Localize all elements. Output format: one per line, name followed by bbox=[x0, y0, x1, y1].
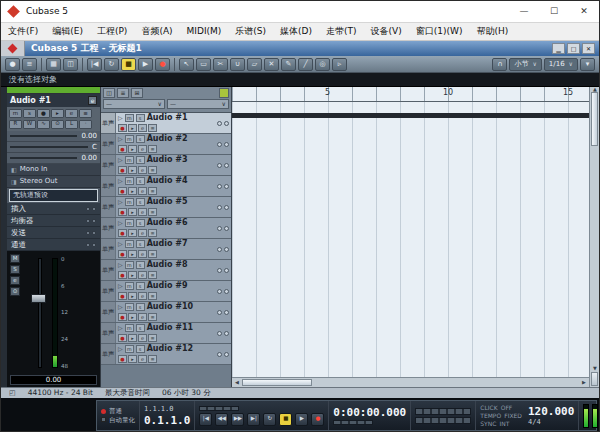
track-name[interactable]: Audio #2 bbox=[147, 135, 188, 143]
mute-button[interactable]: m bbox=[125, 114, 134, 122]
mute-button[interactable]: m bbox=[125, 261, 134, 269]
track-row[interactable]: 单声 ▷ m s Audio #6 ● ▸ e bbox=[101, 218, 231, 239]
track-name[interactable]: Audio #6 bbox=[147, 219, 188, 227]
mute-button[interactable]: m bbox=[125, 282, 134, 290]
monitor-button[interactable]: ▸ bbox=[128, 355, 137, 363]
track-visibility-button[interactable]: ◫ bbox=[103, 88, 115, 98]
track-row[interactable]: 单声 ▷ m s Audio #11 ● ▸ e bbox=[101, 323, 231, 344]
inspector-button[interactable]: · bbox=[79, 120, 92, 129]
track-name[interactable]: Audio #8 bbox=[147, 261, 188, 269]
track-lock-button[interactable]: ≡ bbox=[148, 187, 157, 195]
track-lock-button[interactable]: ≡ bbox=[148, 355, 157, 363]
track-edit-button[interactable]: e bbox=[138, 250, 147, 258]
menu-item[interactable]: 设备(V) bbox=[364, 23, 409, 40]
inspector-button[interactable]: ⊙ bbox=[51, 120, 64, 129]
rewind-button[interactable]: ◀◀ bbox=[215, 413, 228, 426]
bypass-dot-icon[interactable] bbox=[86, 219, 90, 223]
inspector-button[interactable]: L bbox=[65, 120, 78, 129]
track-expand-icon[interactable]: ▷ bbox=[118, 283, 123, 289]
track-name[interactable]: Audio #11 bbox=[147, 324, 193, 332]
record-mode-label[interactable]: 普通 bbox=[109, 408, 122, 415]
goto-end-button[interactable]: ▶| bbox=[247, 413, 260, 426]
scroll-track[interactable] bbox=[590, 146, 599, 366]
line-tool[interactable]: ╱ bbox=[298, 58, 313, 71]
track-preset-field[interactable]: 无轨道预设 bbox=[9, 189, 98, 202]
locator-display[interactable]: 1.1.1.0 bbox=[144, 406, 190, 413]
vertical-scrollbar[interactable]: ▲ ▼ bbox=[589, 87, 599, 387]
track-name[interactable]: Audio #9 bbox=[147, 282, 188, 290]
inspector-button[interactable]: R bbox=[9, 120, 22, 129]
time-signature-display[interactable]: 4/4 bbox=[528, 419, 574, 426]
inspector-button[interactable]: W bbox=[23, 120, 36, 129]
channel-fader[interactable] bbox=[29, 254, 49, 372]
delay-slider[interactable] bbox=[10, 157, 77, 159]
track-expand-icon[interactable]: ▷ bbox=[118, 346, 123, 352]
close-button[interactable]: ✕ bbox=[569, 1, 599, 22]
minimize-button[interactable]: — bbox=[509, 1, 539, 22]
open-dot-icon[interactable] bbox=[92, 243, 96, 247]
volume-row[interactable]: 0.00 bbox=[7, 131, 100, 142]
track-expand-icon[interactable]: ▷ bbox=[118, 325, 123, 331]
automation-panel-button[interactable]: ≡ bbox=[22, 58, 37, 71]
inspector-button[interactable]: m bbox=[9, 109, 22, 118]
track-row[interactable]: 单声 ▷ m s Audio #9 ● ▸ e bbox=[101, 281, 231, 302]
track-edit-button[interactable]: e bbox=[138, 145, 147, 153]
track-name[interactable]: Audio #12 bbox=[147, 345, 193, 353]
inspector-button[interactable]: ≡ bbox=[79, 109, 92, 118]
track-color-swatch[interactable] bbox=[219, 88, 229, 98]
inspector-button[interactable]: ∿ bbox=[37, 120, 50, 129]
solo-button[interactable]: s bbox=[136, 282, 145, 290]
bypass-dot-icon[interactable] bbox=[86, 207, 90, 211]
track-row[interactable]: 单声 ▷ m s Audio #10 ● ▸ e bbox=[101, 302, 231, 323]
menu-item[interactable]: 乐谱(S) bbox=[228, 23, 273, 40]
menu-item[interactable]: 窗口(1)(W) bbox=[409, 23, 470, 40]
solo-button[interactable]: s bbox=[136, 345, 145, 353]
monitor-button[interactable]: ▸ bbox=[128, 250, 137, 258]
solo-button[interactable]: s bbox=[136, 303, 145, 311]
record-enable-button[interactable]: ● bbox=[118, 250, 127, 258]
edit-channel-button[interactable]: e bbox=[88, 96, 97, 105]
bypass-dot-icon[interactable] bbox=[86, 243, 90, 247]
track-name[interactable]: Audio #3 bbox=[147, 156, 188, 164]
track-lock-button[interactable]: ≡ bbox=[148, 292, 157, 300]
record-enable-button[interactable]: ● bbox=[118, 355, 127, 363]
scroll-track[interactable] bbox=[312, 378, 579, 387]
track-row[interactable]: 单声 ▷ m s Audio #1 ● ▸ e bbox=[101, 113, 231, 134]
quantize-select[interactable]: 1/16 ∨ bbox=[544, 58, 578, 71]
track-edit-button[interactable]: e bbox=[138, 166, 147, 174]
goto-start-button[interactable]: |◀ bbox=[199, 413, 212, 426]
play-button[interactable]: ▶ bbox=[295, 413, 308, 426]
track-edit-button[interactable]: e bbox=[138, 313, 147, 321]
menu-item[interactable]: 帮助(H) bbox=[469, 23, 515, 40]
erase-tool[interactable]: ▱ bbox=[247, 58, 262, 71]
toolbar-goto-start-button[interactable]: |◀ bbox=[87, 58, 102, 71]
pan-slider[interactable] bbox=[10, 146, 88, 148]
monitor-button[interactable]: ▸ bbox=[128, 292, 137, 300]
record-enable-button[interactable]: ● bbox=[118, 271, 127, 279]
fader-handle[interactable] bbox=[31, 294, 46, 303]
maximize-button[interactable]: ☐ bbox=[539, 1, 569, 22]
mute-tool[interactable]: ✕ bbox=[264, 58, 279, 71]
toolbar-play-button[interactable]: ▶ bbox=[138, 58, 153, 71]
tempo-value-display[interactable]: 120.000 bbox=[528, 406, 574, 417]
solo-button[interactable]: s bbox=[136, 261, 145, 269]
play-tool[interactable]: ▹ bbox=[332, 58, 347, 71]
monitor-button[interactable]: ▸ bbox=[128, 187, 137, 195]
mute-button[interactable]: m bbox=[125, 345, 134, 353]
track-row[interactable]: 单声 ▷ m s Audio #3 ● ▸ e bbox=[101, 155, 231, 176]
track-filter-select[interactable]: — ∨ bbox=[103, 99, 165, 109]
track-edit-button[interactable]: e bbox=[138, 292, 147, 300]
record-enable-button[interactable]: ● bbox=[118, 166, 127, 174]
track-controls-button[interactable]: ≡ bbox=[117, 88, 129, 98]
mute-button[interactable]: m bbox=[125, 156, 134, 164]
volume-slider[interactable] bbox=[10, 135, 77, 137]
record-enable-button[interactable]: ● bbox=[118, 313, 127, 321]
track-expand-icon[interactable]: ▷ bbox=[118, 241, 123, 247]
fader-value-display[interactable]: 0.00 bbox=[10, 375, 97, 385]
draw-tool[interactable]: ✎ bbox=[281, 58, 296, 71]
menu-item[interactable]: 媒体(D) bbox=[273, 23, 319, 40]
track-expand-icon[interactable]: ▷ bbox=[118, 115, 123, 121]
menu-item[interactable]: 工程(P) bbox=[90, 23, 134, 40]
snap-toggle-button[interactable]: ∩ bbox=[492, 58, 507, 71]
track-lock-button[interactable]: ≡ bbox=[148, 166, 157, 174]
